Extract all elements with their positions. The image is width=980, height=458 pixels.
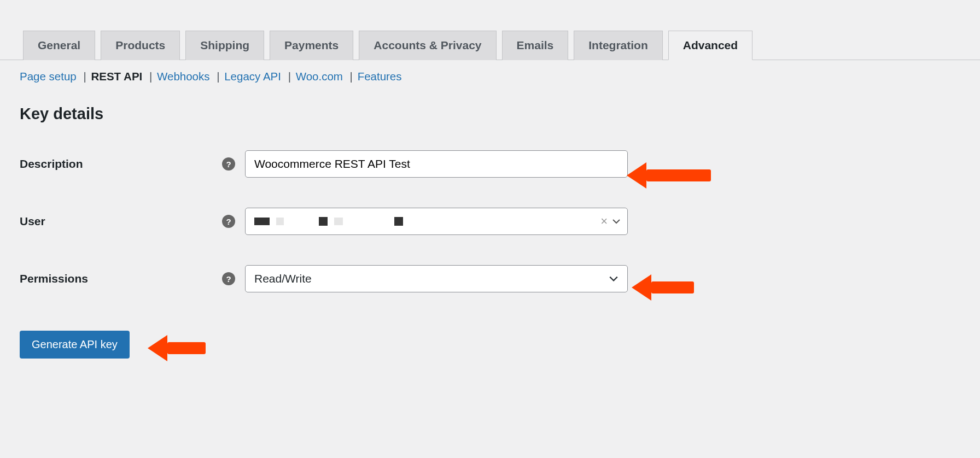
chevron-down-icon [609,274,619,284]
redacted-text [334,218,343,225]
user-select[interactable]: × [245,208,628,235]
annotation-arrow [148,335,206,361]
subnav-woo-com[interactable]: Woo.com [296,70,343,83]
subnav-separator: | [83,70,86,83]
help-icon[interactable]: ? [222,157,235,171]
advanced-subnav: Page setup | REST API | Webhooks | Legac… [0,60,980,83]
redacted-text [276,218,284,225]
tab-shipping[interactable]: Shipping [185,31,264,60]
key-details-form: Description ? User ? × [0,123,980,292]
subnav-legacy-api[interactable]: Legacy API [224,70,281,83]
tab-products[interactable]: Products [101,31,180,60]
subnav-features[interactable]: Features [358,70,402,83]
permissions-value: Read/Write [254,272,312,285]
redacted-text [254,218,270,225]
permissions-select[interactable]: Read/Write [245,265,628,292]
generate-api-key-button[interactable]: Generate API key [20,331,130,359]
tab-general[interactable]: General [23,31,95,60]
subnav-separator: | [217,70,219,83]
subnav-rest-api[interactable]: REST API [91,70,142,83]
subnav-separator: | [288,70,291,83]
label-description: Description [20,157,222,171]
subnav-separator: | [149,70,152,83]
chevron-down-icon [612,217,621,226]
tab-integration[interactable]: Integration [574,31,663,60]
row-user: User ? × [20,208,980,235]
page-heading: Key details [0,83,980,123]
annotation-arrow [627,162,711,189]
redacted-text [319,217,328,226]
label-user: User [20,215,222,228]
tab-payments[interactable]: Payments [270,31,353,60]
row-permissions: Permissions ? Read/Write [20,265,980,292]
settings-tab-bar: General Products Shipping Payments Accou… [0,0,980,60]
subnav-webhooks[interactable]: Webhooks [157,70,209,83]
help-icon[interactable]: ? [222,215,235,228]
redacted-text [394,217,403,226]
subnav-page-setup[interactable]: Page setup [20,70,77,83]
subnav-separator: | [350,70,353,83]
clear-icon[interactable]: × [600,215,608,227]
tab-emails[interactable]: Emails [502,31,569,60]
annotation-arrow [632,274,694,301]
label-permissions: Permissions [20,272,222,285]
tab-accounts-privacy[interactable]: Accounts & Privacy [359,31,496,60]
help-icon[interactable]: ? [222,272,235,285]
description-input[interactable] [245,150,628,178]
tab-advanced[interactable]: Advanced [668,31,752,60]
row-description: Description ? [20,150,980,178]
